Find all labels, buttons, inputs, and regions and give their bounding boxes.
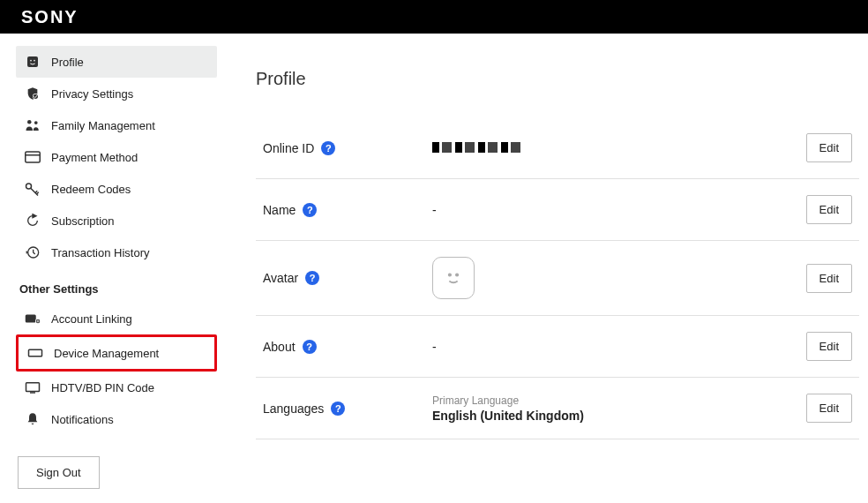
sidebar: Profile Privacy Settings Family Manageme…	[0, 34, 229, 503]
svg-rect-16	[26, 383, 40, 392]
sidebar-item-notifications[interactable]: Notifications	[16, 403, 217, 435]
help-icon[interactable]: ?	[303, 203, 317, 217]
label-text: Name	[263, 203, 296, 217]
edit-online-id-button[interactable]: Edit	[806, 133, 852, 162]
sidebar-item-label: Transaction History	[51, 246, 150, 259]
label-text: About	[263, 340, 296, 354]
svg-rect-7	[26, 152, 41, 162]
sidebar-item-label: HDTV/BD PIN Code	[51, 381, 154, 394]
history-icon	[25, 244, 41, 260]
page-title: Profile	[256, 69, 859, 89]
label-text: Languages	[263, 402, 324, 416]
svg-rect-11	[26, 315, 36, 323]
primary-language-label: Primary Language	[432, 394, 806, 407]
sidebar-item-subscription[interactable]: Subscription	[16, 205, 217, 236]
help-icon[interactable]: ?	[321, 141, 335, 155]
sidebar-item-label: Device Management	[54, 347, 159, 360]
sony-logo: SONY	[21, 7, 79, 27]
redacted-value	[432, 142, 520, 153]
row-action: Edit	[806, 332, 859, 361]
row-label: Avatar ?	[256, 271, 432, 285]
sidebar-item-pin-code[interactable]: HDTV/BD PIN Code	[16, 372, 217, 403]
languages-value: Primary Language English (United Kingdom…	[432, 394, 806, 423]
sidebar-item-family[interactable]: Family Management	[16, 109, 217, 141]
key-icon	[25, 181, 41, 197]
row-action: Edit	[806, 133, 859, 162]
row-action: Edit	[806, 264, 859, 293]
bell-icon	[25, 411, 41, 427]
svg-point-6	[34, 121, 38, 124]
other-settings-title: Other Settings	[16, 268, 217, 303]
row-about: About ? - Edit	[256, 316, 859, 378]
shield-icon	[25, 86, 41, 101]
row-avatar: Avatar ? Edit	[256, 241, 859, 316]
row-label: Online ID ?	[256, 141, 432, 155]
device-icon	[27, 345, 43, 361]
online-id-value	[432, 141, 806, 155]
sidebar-item-label: Family Management	[51, 119, 155, 132]
highlight-box: Device Management	[16, 334, 217, 372]
sidebar-item-payment[interactable]: Payment Method	[16, 141, 217, 173]
row-label: Name ?	[256, 203, 432, 217]
profile-icon	[25, 54, 41, 70]
card-icon	[25, 149, 41, 165]
sidebar-item-label: Redeem Codes	[51, 183, 131, 196]
sidebar-item-account-linking[interactable]: Account Linking	[16, 303, 217, 334]
help-icon[interactable]: ?	[303, 340, 317, 354]
svg-rect-0	[27, 56, 38, 67]
row-languages: Languages ? Primary Language English (Un…	[256, 378, 859, 439]
svg-point-19	[456, 274, 458, 275]
tv-icon	[25, 379, 41, 395]
avatar-icon	[432, 257, 475, 299]
svg-point-18	[449, 274, 451, 275]
sidebar-item-label: Profile	[51, 56, 84, 69]
svg-point-1	[30, 60, 32, 62]
sidebar-item-label: Subscription	[51, 214, 115, 228]
edit-about-button[interactable]: Edit	[806, 332, 852, 361]
language-value: English (United Kingdom)	[432, 409, 806, 423]
row-action: Edit	[806, 394, 859, 423]
label-text: Online ID	[263, 141, 314, 155]
edit-languages-button[interactable]: Edit	[806, 394, 852, 423]
sidebar-item-device-management[interactable]: Device Management	[19, 337, 214, 369]
sidebar-item-transactions[interactable]: Transaction History	[16, 236, 217, 268]
row-label: About ?	[256, 340, 432, 354]
svg-point-9	[26, 184, 32, 189]
sidebar-item-privacy[interactable]: Privacy Settings	[16, 78, 217, 109]
about-value: -	[432, 340, 806, 354]
sidebar-item-label: Payment Method	[51, 151, 138, 164]
family-icon	[25, 117, 41, 133]
row-action: Edit	[806, 195, 859, 224]
row-name: Name ? - Edit	[256, 179, 859, 241]
row-label: Languages ?	[256, 402, 432, 416]
edit-name-button[interactable]: Edit	[806, 195, 852, 224]
refresh-icon	[25, 213, 41, 229]
row-online-id: Online ID ? Edit	[256, 117, 859, 179]
avatar-value	[432, 257, 806, 299]
layout: Profile Privacy Settings Family Manageme…	[0, 34, 868, 503]
edit-avatar-button[interactable]: Edit	[806, 264, 852, 293]
signout-button[interactable]: Sign Out	[18, 456, 100, 489]
sidebar-item-label: Notifications	[51, 413, 114, 426]
name-value: -	[432, 203, 806, 217]
main-panel: Profile Online ID ? Edit Name ? - Edit	[229, 34, 868, 503]
sidebar-item-label: Privacy Settings	[51, 87, 133, 101]
svg-point-5	[27, 120, 32, 124]
svg-point-2	[34, 60, 35, 62]
global-header: SONY	[0, 0, 868, 34]
sidebar-item-redeem[interactable]: Redeem Codes	[16, 173, 217, 205]
link-icon	[25, 311, 41, 327]
sidebar-item-label: Account Linking	[51, 312, 132, 326]
help-icon[interactable]: ?	[305, 271, 319, 285]
svg-rect-15	[29, 350, 41, 356]
sidebar-item-profile[interactable]: Profile	[16, 46, 217, 78]
help-icon[interactable]: ?	[331, 402, 345, 416]
label-text: Avatar	[263, 271, 298, 285]
